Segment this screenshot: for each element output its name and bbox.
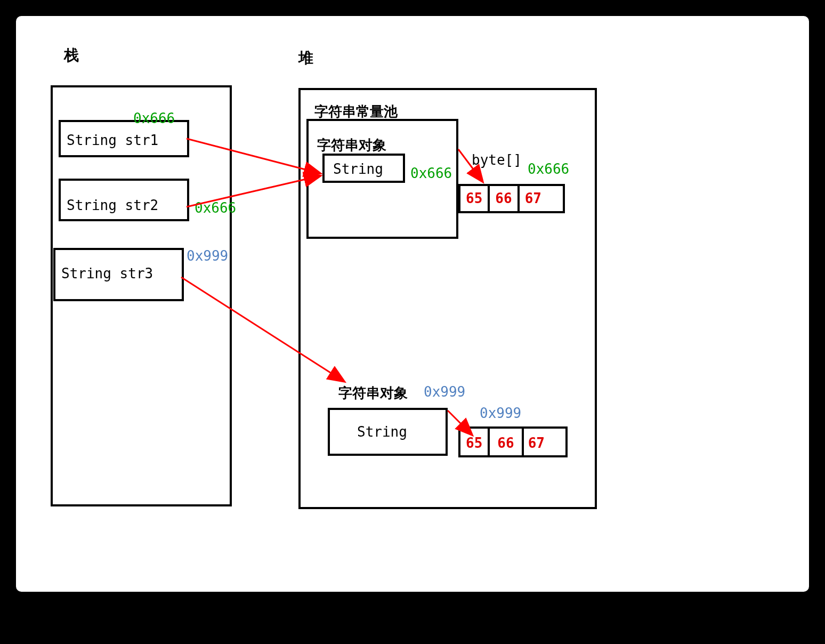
heap-title: 堆: [298, 48, 313, 68]
pool-addr: 0x666: [410, 165, 452, 181]
byte-label: byte[]: [472, 152, 522, 168]
byte-addr: 0x666: [528, 161, 569, 177]
str3-addr: 0x999: [187, 248, 228, 264]
pool-object-label: 字符串对象: [317, 136, 386, 155]
pool-title: 字符串常量池: [314, 102, 398, 121]
object2-string-text: String: [357, 424, 407, 440]
str1-label: String str1: [67, 132, 158, 148]
byte-cell: 66: [490, 429, 523, 455]
object2-addr: 0x999: [424, 384, 465, 400]
byte-cell: 67: [524, 429, 549, 455]
str2-addr: 0x666: [195, 200, 236, 216]
str1-addr: 0x666: [133, 110, 175, 126]
object2-label: 字符串对象: [338, 384, 408, 402]
byte-array-2: 65 66 67: [458, 426, 568, 457]
diagram-canvas: 栈 堆 String str1 0x666 String str2 0x666 …: [16, 16, 809, 592]
byte-cell: 65: [460, 429, 490, 455]
pool-string-text: String: [333, 161, 383, 177]
stack-title: 栈: [64, 45, 79, 66]
byte-addr-2: 0x999: [480, 405, 521, 421]
byte-cell: 65: [460, 186, 490, 211]
str2-label: String str2: [67, 197, 158, 213]
byte-array-1: 65 66 67: [458, 184, 565, 213]
str3-label: String str3: [61, 265, 153, 281]
byte-cell: 66: [490, 186, 519, 211]
byte-cell: 67: [520, 186, 547, 211]
